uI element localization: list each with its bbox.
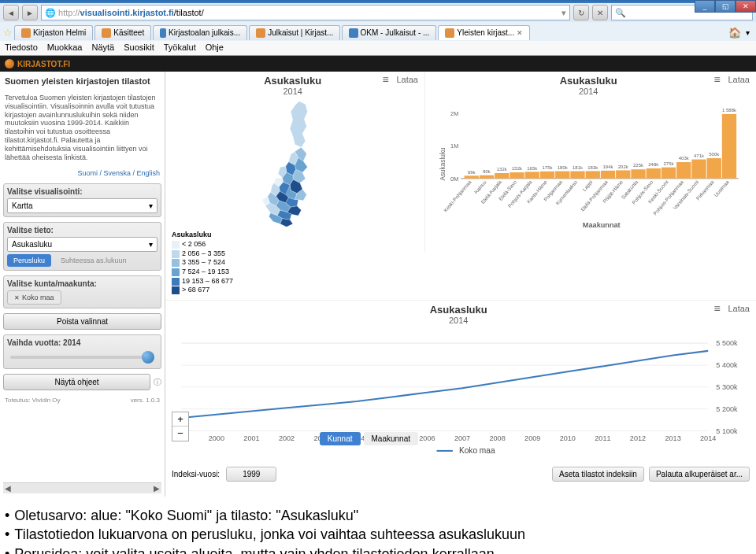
- close-icon[interactable]: ✕: [517, 29, 523, 37]
- area-chip-kokomaa[interactable]: ✕Koko maa: [7, 290, 61, 305]
- svg-text:225k: 225k: [633, 163, 643, 168]
- tab-0[interactable]: Kirjaston Helmi: [14, 25, 93, 40]
- map-tab-maakunnat[interactable]: Maakunnat: [364, 432, 418, 445]
- map-tab-kunnat[interactable]: Kunnat: [320, 432, 361, 445]
- menu-help[interactable]: Ohje: [206, 42, 224, 54]
- vis-select[interactable]: Kartta▾: [7, 198, 158, 213]
- svg-text:2011: 2011: [595, 434, 610, 442]
- pill-perusluku[interactable]: Perusluku: [7, 254, 51, 267]
- map-title: Asukasluku: [264, 75, 321, 87]
- restore-button[interactable]: ◱: [715, 0, 736, 13]
- clear-button[interactable]: Poista valinnat: [3, 313, 161, 330]
- svg-text:2002: 2002: [279, 434, 295, 442]
- menu-view[interactable]: Näytä: [91, 42, 114, 54]
- data-select[interactable]: Asukasluku▾: [7, 237, 158, 252]
- index-year-select[interactable]: 1999: [226, 467, 276, 482]
- svg-text:Uusimaa: Uusimaa: [713, 179, 730, 198]
- address-bar[interactable]: 🌐 http://visualisointi.kirjastot.fi/tila…: [41, 5, 570, 20]
- svg-rect-17: [555, 172, 569, 179]
- menu-tools[interactable]: Työkalut: [164, 42, 196, 54]
- help-button[interactable]: Näytä ohjeet: [3, 374, 150, 390]
- svg-text:471k: 471k: [694, 153, 704, 158]
- download-button[interactable]: Lataa: [396, 75, 418, 84]
- zoom-control[interactable]: + −: [172, 412, 189, 441]
- browser-chrome: _ ◱ ✕ ◄ ► 🌐 http://visualisointi.kirjast…: [0, 0, 756, 56]
- horizontal-scrollbar[interactable]: ◀▶: [3, 482, 161, 493]
- site-header: KIRJASTOT.FI: [0, 56, 756, 72]
- svg-text:202k: 202k: [618, 164, 628, 169]
- back-button[interactable]: ◄: [3, 5, 19, 20]
- svg-text:Maakunnat: Maakunnat: [583, 221, 621, 229]
- svg-rect-9: [495, 173, 509, 179]
- svg-text:2008: 2008: [489, 434, 505, 442]
- zoom-in-button[interactable]: +: [172, 412, 188, 427]
- svg-text:2013: 2013: [665, 434, 680, 442]
- download-button[interactable]: Lataa: [728, 304, 750, 313]
- map-legend: Asukasluku < 2 0562 056 – 3 3553 355 – 7…: [170, 229, 235, 297]
- svg-text:194k: 194k: [603, 164, 613, 169]
- minimize-button[interactable]: _: [695, 0, 715, 13]
- line-title: Asukasluku: [430, 304, 487, 316]
- bar-chart[interactable]: Asukasluku 2M1M0M 69k80k132k152k165k175k…: [425, 99, 756, 229]
- menu-icon[interactable]: [713, 305, 723, 312]
- svg-rect-15: [540, 172, 554, 179]
- menu-edit[interactable]: Muokkaa: [47, 42, 83, 54]
- zoom-out-button[interactable]: −: [172, 427, 188, 441]
- svg-text:183k: 183k: [587, 165, 598, 170]
- area-label: Valitse kunta/maakunta:: [7, 279, 158, 288]
- svg-rect-39: [722, 114, 736, 179]
- svg-text:Koko maa: Koko maa: [459, 446, 495, 455]
- svg-text:2001: 2001: [243, 434, 259, 442]
- svg-text:1M: 1M: [450, 142, 458, 150]
- svg-text:5 100k: 5 100k: [716, 427, 738, 435]
- forward-button[interactable]: ►: [22, 5, 38, 20]
- svg-text:403k: 403k: [679, 156, 689, 161]
- svg-text:69k: 69k: [468, 170, 476, 175]
- svg-text:2010: 2010: [560, 434, 576, 442]
- menu-file[interactable]: Tiedosto: [5, 42, 38, 54]
- sidebar: Suomen yleisten kirjastojen tilastot Ter…: [0, 72, 165, 497]
- reset-button[interactable]: Palauta alkuperäiset ar...: [649, 467, 750, 482]
- svg-rect-29: [647, 168, 661, 179]
- svg-text:80k: 80k: [483, 169, 491, 174]
- svg-text:132k: 132k: [497, 167, 507, 172]
- svg-rect-35: [691, 160, 706, 179]
- menu-icon[interactable]: [713, 76, 723, 83]
- download-button[interactable]: Lataa: [728, 75, 750, 84]
- tab-4[interactable]: OKM - Julkaisut - ...: [342, 25, 436, 40]
- tab-3[interactable]: Julkaisut | Kirjast...: [249, 25, 340, 40]
- chevron-down-icon: ▾: [149, 240, 153, 249]
- svg-text:2014: 2014: [700, 434, 716, 442]
- line-year: 2014: [430, 316, 487, 325]
- svg-rect-25: [616, 170, 630, 178]
- map-year: 2014: [264, 87, 321, 96]
- line-chart[interactable]: 5 500k5 400k5 300k5 200k5 100k 199920002…: [165, 328, 756, 462]
- svg-text:2M: 2M: [450, 110, 458, 117]
- data-label: Valitse tieto:: [7, 226, 158, 235]
- svg-rect-7: [480, 175, 494, 179]
- logo-icon: [5, 59, 14, 68]
- tab-2[interactable]: Kirjastoalan julkais...: [153, 25, 247, 40]
- favorites-icon[interactable]: ☆: [3, 27, 13, 39]
- svg-rect-37: [707, 158, 721, 179]
- set-index-button[interactable]: Aseta tilastot indeksiin: [552, 467, 644, 482]
- language-links[interactable]: Suomi / Svenska / English: [3, 168, 161, 179]
- refresh-button[interactable]: ↻: [573, 5, 589, 20]
- svg-text:2000: 2000: [209, 434, 224, 442]
- menu-icon[interactable]: [382, 76, 391, 83]
- menu-favorites[interactable]: Suosikit: [124, 42, 154, 54]
- pill-suhteessa[interactable]: Suhteessa as.lukuun: [54, 254, 133, 267]
- svg-text:152k: 152k: [512, 166, 522, 171]
- bar-year: 2014: [560, 87, 617, 96]
- svg-text:180k: 180k: [558, 165, 568, 170]
- svg-rect-21: [586, 171, 600, 178]
- home-icon[interactable]: 🏠: [728, 27, 741, 39]
- tab-1[interactable]: Käsitteet: [94, 25, 151, 40]
- svg-text:Asukasluku: Asukasluku: [439, 147, 447, 181]
- tab-5[interactable]: Yleisten kirjast...✕: [438, 25, 530, 40]
- finland-map[interactable]: [165, 99, 424, 229]
- close-window-button[interactable]: ✕: [736, 0, 756, 13]
- svg-rect-31: [662, 168, 676, 179]
- stop-button[interactable]: ✕: [592, 5, 608, 20]
- year-slider[interactable]: [10, 356, 154, 359]
